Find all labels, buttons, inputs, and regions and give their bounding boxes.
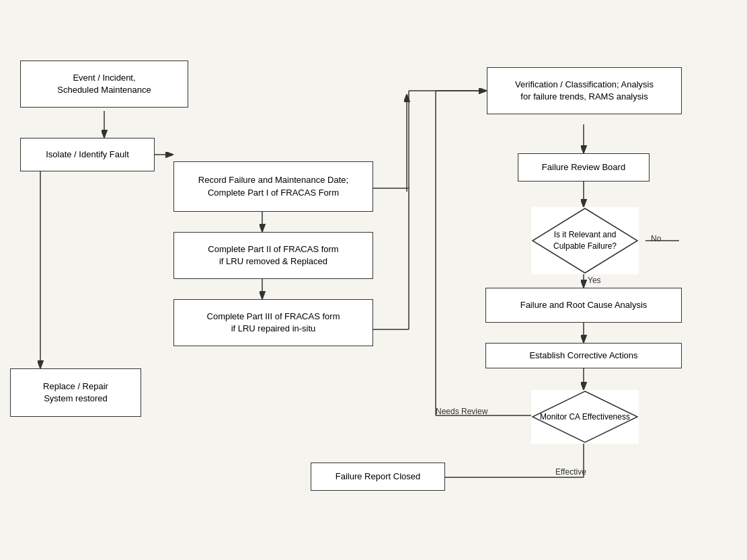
- fca-box: Failure and Root Cause Analysis: [485, 288, 682, 323]
- no-label: No: [651, 234, 661, 243]
- closed-box: Failure Report Closed: [311, 463, 445, 491]
- isolate-box: Isolate / Identify Fault: [20, 138, 155, 171]
- yes-label: Yes: [588, 276, 601, 285]
- event-box: Event / Incident, Scheduled Maintenance: [20, 61, 188, 108]
- flowchart: Event / Incident, Scheduled Maintenance …: [0, 0, 747, 560]
- partII-box: Complete Part II of FRACAS form if LRU r…: [173, 232, 373, 279]
- record-box: Record Failure and Maintenance Date; Com…: [173, 161, 373, 212]
- needsreview-label: Needs Review: [436, 407, 487, 416]
- eca-box: Establish Corrective Actions: [485, 343, 682, 368]
- replace-box: Replace / Repair System restored: [10, 368, 141, 417]
- verification-box: Verification / Classification; Analysis …: [487, 67, 682, 114]
- effective-label: Effective: [555, 467, 586, 477]
- frb-box: Failure Review Board: [518, 153, 650, 182]
- relevant-diamond: Is it Relevant and Culpable Failure?: [531, 207, 639, 274]
- monitor-diamond: Monitor CA Effectiveness: [531, 390, 639, 444]
- partIII-box: Complete Part III of FRACAS form if LRU …: [173, 299, 373, 346]
